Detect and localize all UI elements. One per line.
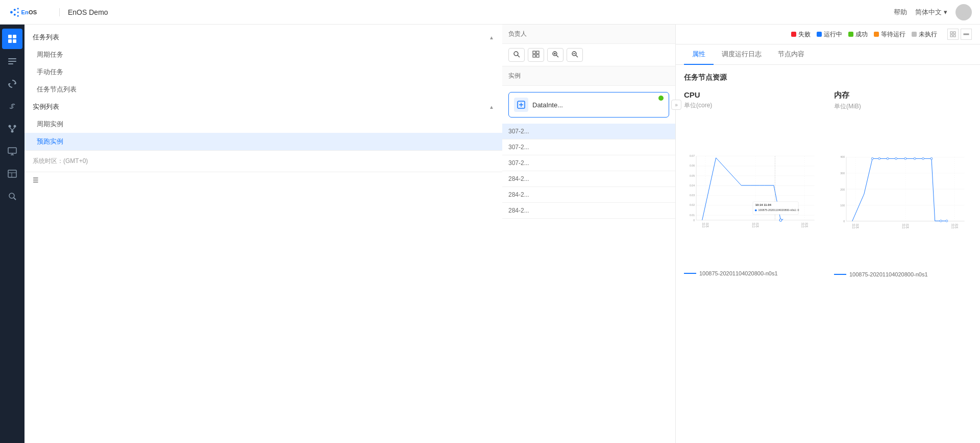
sidebar-menu: 任务列表 ▲ 周期任务 手动任务 任务节点列表 实例列表 ▲ 周期实例 预跑实例… — [24, 25, 502, 443]
sidebar-icon-home[interactable] — [2, 29, 22, 49]
grid-button[interactable] — [528, 48, 544, 62]
legend-waiting: 等待运行 — [874, 30, 905, 39]
sidebar-item-pre-run-instance[interactable]: 预跑实例 — [24, 133, 502, 150]
lang-selector[interactable]: 简体中文 ▾ — [915, 8, 947, 17]
svg-text:10:10: 10:10 — [702, 222, 708, 225]
sidebar-collapse-btn[interactable]: ☰ — [24, 172, 502, 188]
sidebar-icon-table[interactable] — [2, 164, 22, 184]
sidebar-item-periodic-task[interactable]: 周期任务 — [24, 46, 502, 63]
svg-text:100875-20201104020800-n0s1: 0: 100875-20201104020800-n0s1: 0 — [758, 209, 799, 212]
expand-panel-btn[interactable]: » — [671, 100, 681, 110]
user-avatar[interactable] — [955, 4, 972, 20]
node-card[interactable]: DataInte... — [508, 92, 669, 118]
sidebar-icon-flow[interactable] — [2, 119, 22, 139]
cpu-chart-unit: 单位(core) — [684, 101, 822, 110]
svg-rect-11 — [13, 35, 16, 38]
svg-point-8 — [961, 7, 967, 13]
svg-text:0.06: 0.06 — [690, 164, 695, 167]
svg-rect-12 — [8, 39, 12, 43]
help-link[interactable]: 帮助 — [894, 8, 907, 17]
svg-point-113 — [930, 157, 933, 159]
section-title: 任务节点资源 — [684, 73, 972, 82]
svg-point-108 — [887, 157, 889, 159]
panel-collapse-btn[interactable] — [961, 29, 972, 40]
svg-point-30 — [9, 193, 14, 198]
svg-point-83 — [755, 209, 757, 212]
svg-rect-35 — [536, 51, 539, 54]
svg-rect-13 — [13, 39, 16, 43]
svg-text:En: En — [21, 9, 29, 15]
list-item[interactable]: 307-2... — [502, 155, 675, 171]
svg-text:300: 300 — [840, 172, 845, 175]
memory-chart-unit: 单位(MiB) — [834, 102, 972, 111]
memory-chart-container: 内存 单位(MiB) — [834, 90, 972, 277]
svg-text:0.07: 0.07 — [690, 154, 695, 157]
legend-not-executed-dot — [912, 32, 917, 37]
legend-waiting-dot — [874, 32, 879, 37]
memory-chart-svg: 0 100 200 300 400 10:10 11-04 10:15 1 — [834, 115, 972, 268]
svg-text:0.04: 0.04 — [690, 184, 695, 187]
svg-line-39 — [556, 55, 558, 57]
task-list-group[interactable]: 任务列表 ▲ — [24, 29, 502, 46]
list-item[interactable]: 307-2... — [502, 139, 675, 155]
legend-running: 运行中 — [817, 30, 842, 39]
sidebar-icon-search[interactable] — [2, 186, 22, 206]
logo: En OS — [8, 5, 49, 19]
sidebar-icon-link[interactable] — [2, 96, 22, 116]
tab-content[interactable]: 节点内容 — [770, 44, 813, 65]
svg-rect-27 — [8, 170, 16, 177]
svg-point-9 — [959, 14, 969, 20]
svg-rect-49 — [953, 32, 955, 34]
svg-rect-37 — [536, 55, 539, 57]
svg-text:0.05: 0.05 — [690, 174, 695, 177]
list-item[interactable]: 284-2... — [502, 203, 675, 219]
list-item[interactable]: 284-2... — [502, 171, 675, 187]
legend-running-dot — [817, 32, 822, 37]
node-card-name: DataInte... — [532, 101, 563, 109]
node-card-icon — [514, 98, 528, 112]
svg-point-2 — [14, 13, 16, 15]
detail-content: 任务节点资源 CPU 单位(core) — [676, 65, 980, 443]
svg-text:11-04: 11-04 — [852, 226, 859, 229]
sidebar-item-task-node-list[interactable]: 任务节点列表 — [24, 81, 502, 98]
sidebar-icon-monitor[interactable] — [2, 141, 22, 161]
tab-properties[interactable]: 属性 — [684, 44, 714, 65]
search-button[interactable] — [508, 48, 525, 62]
svg-text:11-04: 11-04 — [752, 225, 759, 228]
list-item[interactable]: 307-2... — [502, 124, 675, 139]
svg-rect-24 — [8, 148, 16, 153]
legend-line — [684, 273, 696, 274]
svg-text:OS: OS — [29, 9, 37, 15]
svg-line-43 — [576, 55, 578, 57]
svg-point-5 — [17, 15, 19, 16]
svg-point-106 — [871, 157, 873, 159]
svg-text:11-04: 11-04 — [951, 226, 958, 229]
legend-failed: 失败 — [791, 30, 811, 39]
sidebar-item-manual-task[interactable]: 手动任务 — [24, 63, 502, 81]
svg-point-0 — [10, 11, 13, 13]
svg-rect-10 — [8, 35, 12, 38]
top-nav: En OS EnOS Demo 帮助 简体中文 ▾ — [0, 0, 980, 25]
instance-label: 实例 — [502, 66, 675, 86]
zoom-in-button[interactable] — [547, 48, 564, 62]
sidebar-icon-tasks[interactable] — [2, 51, 22, 72]
panel-expand-btn[interactable] — [947, 29, 959, 40]
sidebar-icon-sync[interactable] — [2, 74, 22, 94]
detail-header: 失败 运行中 成功 等待运行 — [676, 25, 980, 44]
svg-point-32 — [514, 52, 518, 56]
instance-list-group[interactable]: 实例列表 ▲ — [24, 98, 502, 115]
svg-rect-36 — [533, 55, 535, 57]
tab-logs[interactable]: 调度运行日志 — [714, 44, 770, 65]
sidebar-item-periodic-instance[interactable]: 周期实例 — [24, 115, 502, 133]
list-item[interactable]: 284-2... — [502, 187, 675, 203]
svg-point-112 — [922, 157, 924, 159]
svg-point-111 — [914, 157, 916, 159]
sidebar-icons — [0, 25, 24, 443]
svg-point-4 — [17, 11, 19, 13]
svg-text:11-04: 11-04 — [902, 226, 909, 229]
zoom-out-button[interactable] — [567, 48, 583, 62]
svg-text:10:15: 10:15 — [902, 223, 909, 226]
svg-line-33 — [518, 55, 520, 57]
svg-text:200: 200 — [840, 188, 845, 191]
detail-tabs: 属性 调度运行日志 节点内容 — [676, 44, 980, 65]
